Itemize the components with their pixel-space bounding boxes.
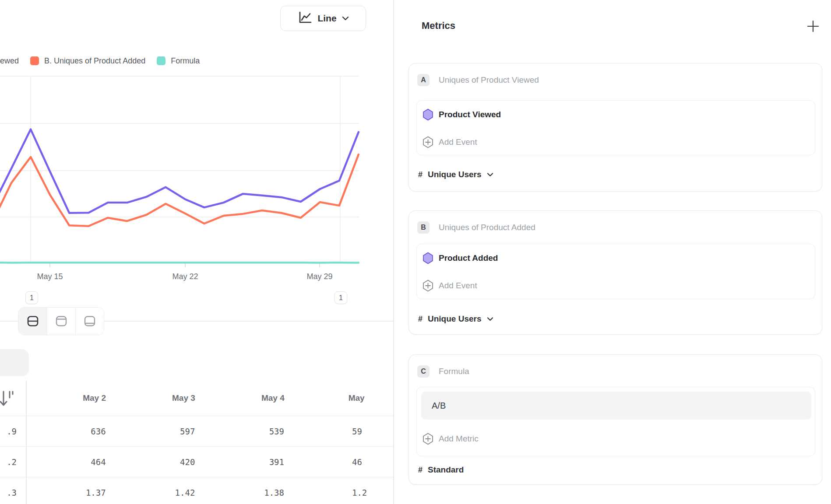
table-cell: 1.2: [292, 477, 393, 504]
plus-icon: [806, 20, 820, 33]
table-cell: 46: [292, 447, 393, 477]
insights-report: Line ewed B. Uniques of Product Added Fo…: [0, 0, 831, 504]
annotation-marker[interactable]: 1: [25, 291, 38, 304]
metric-card-label: Uniques of Product Viewed: [439, 74, 539, 86]
series-line: [0, 154, 359, 226]
table-cell: .3: [0, 477, 24, 504]
chart-axis-ticks: [50, 263, 320, 267]
legend-item-formula-label: Formula: [171, 56, 200, 66]
hash-icon: #: [418, 315, 423, 324]
event-hexagon-icon: [423, 252, 433, 264]
table-header-cell[interactable]: May 2: [24, 381, 113, 416]
metric-card-b: B Uniques of Product Added Product Added…: [408, 210, 822, 335]
metrics-panel: Metrics A Uniques of Product Viewed Prod…: [394, 0, 831, 504]
add-event-label: Add Event: [439, 137, 477, 147]
table-header-cell[interactable]: May: [292, 381, 393, 416]
breakdown-table: May 2May 3May 4May .963659753959.2464420…: [0, 381, 393, 504]
table-cell: 1.37: [24, 477, 113, 504]
table-body: .963659753959.246442039146.31.371.421.38…: [0, 416, 393, 504]
x-tick-label: May 15: [37, 272, 63, 281]
table-row: .31.371.421.381.2: [0, 477, 393, 504]
add-event-row[interactable]: Add Event: [417, 272, 815, 299]
chart-section: Line ewed B. Uniques of Product Added Fo…: [0, 0, 393, 504]
chevron-down-icon: [342, 14, 349, 22]
add-metric-plus-button[interactable]: [806, 20, 820, 35]
formula-box: A/B Add Metric: [416, 387, 815, 456]
chart-series-lines: [0, 130, 359, 263]
metric-card-a: A Uniques of Product Viewed Product View…: [408, 63, 822, 192]
metric-card-label: Uniques of Product Added: [439, 221, 535, 234]
legend-item-b-label: B. Uniques of Product Added: [44, 56, 145, 66]
sort-descending-icon[interactable]: [0, 389, 14, 410]
chart-type-button[interactable]: Line: [280, 6, 366, 31]
frozen-column-border: [26, 381, 27, 504]
layout-split-view-button[interactable]: [18, 308, 47, 335]
event-name: Product Added: [439, 253, 498, 263]
table-cell: 391: [202, 447, 292, 477]
table-cell: .9: [0, 416, 24, 446]
add-event-label: Add Event: [439, 281, 477, 290]
hash-icon: #: [418, 170, 423, 179]
table-row: .963659753959: [0, 416, 393, 447]
line-chart-icon: [297, 10, 312, 27]
metric-badge: C: [417, 365, 430, 378]
metrics-panel-title: Metrics: [422, 20, 455, 32]
line-chart: [0, 74, 393, 269]
measure-selector[interactable]: # Unique Users: [418, 312, 493, 326]
metric-card-label: Formula: [439, 365, 469, 378]
event-row-product-viewed[interactable]: Product Viewed: [417, 101, 815, 128]
split-view-icon: [25, 313, 41, 329]
metric-card-c: C Formula A/B Add Metric # Standard: [408, 354, 822, 485]
formula-type-selector[interactable]: # Standard: [418, 463, 464, 476]
table-row: .246442039146: [0, 447, 393, 477]
table-cell: 1.42: [113, 477, 203, 504]
table-cell: 420: [113, 447, 203, 477]
table-cell: 1.38: [202, 477, 292, 504]
add-metric-row[interactable]: Add Metric: [417, 425, 815, 452]
table-cell: 59: [292, 416, 393, 446]
measure-label: Unique Users: [428, 314, 481, 324]
measure-label: Standard: [428, 465, 464, 475]
x-tick-label: May 22: [172, 272, 198, 281]
legend-item-formula[interactable]: Formula: [157, 56, 200, 66]
table-tab-chip[interactable]: [0, 349, 29, 376]
legend-swatch-formula: [157, 56, 165, 65]
legend-swatch-b: [30, 56, 39, 65]
event-list-box: Product Viewed Add Event: [416, 100, 815, 155]
chevron-down-icon: [487, 317, 493, 321]
add-metric-label: Add Metric: [439, 434, 479, 444]
annotation-marker[interactable]: 1: [335, 291, 347, 304]
measure-selector[interactable]: # Unique Users: [418, 168, 493, 181]
layout-chart-only-button[interactable]: [47, 308, 75, 335]
formula-input[interactable]: A/B: [421, 392, 811, 420]
table-cell: 539: [202, 416, 292, 446]
table-header-cell[interactable]: May 3: [113, 381, 203, 416]
add-event-row[interactable]: Add Event: [417, 128, 815, 156]
hash-icon: #: [418, 466, 423, 475]
chevron-down-icon: [487, 173, 493, 177]
hexagon-plus-icon: [423, 433, 433, 445]
table-header-row: May 2May 3May 4May: [0, 381, 393, 416]
event-hexagon-icon: [423, 108, 433, 121]
layout-toggle-group: [18, 307, 104, 335]
hexagon-plus-icon: [423, 136, 433, 148]
table-header-cell[interactable]: [0, 381, 24, 416]
metric-badge: A: [417, 74, 430, 86]
legend-item-a[interactable]: ewed: [0, 56, 19, 66]
legend-item-b[interactable]: B. Uniques of Product Added: [30, 56, 145, 66]
metric-badge: B: [417, 221, 430, 234]
chart-gridlines: [0, 76, 359, 263]
legend-item-a-label: ewed: [0, 56, 19, 66]
table-cell: 597: [113, 416, 203, 446]
table-cell: .2: [0, 447, 24, 477]
event-row-product-added[interactable]: Product Added: [417, 244, 815, 272]
event-name: Product Viewed: [439, 110, 501, 119]
x-tick-label: May 29: [306, 272, 332, 281]
measure-label: Unique Users: [428, 170, 481, 179]
layout-table-only-button[interactable]: [75, 308, 104, 335]
table-header-cell[interactable]: May 4: [203, 381, 292, 416]
chart-type-label: Line: [317, 13, 336, 24]
table-only-icon: [82, 313, 98, 329]
hexagon-plus-icon: [423, 280, 433, 292]
chart-legend: ewed B. Uniques of Product Added Formula: [0, 55, 200, 66]
